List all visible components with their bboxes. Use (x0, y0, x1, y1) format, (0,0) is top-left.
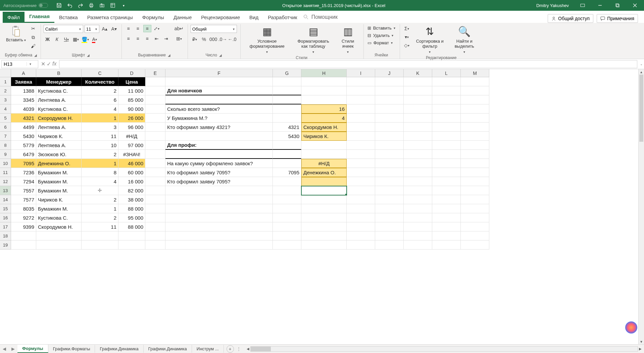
cell[interactable] (432, 168, 461, 177)
orientation-icon[interactable]: ⤢ (153, 25, 161, 32)
cell[interactable] (165, 186, 273, 195)
cell[interactable]: 1 (82, 114, 118, 123)
cell[interactable]: 8035 (11, 204, 36, 213)
column-header[interactable]: G (273, 69, 301, 77)
cell[interactable]: 1388 (11, 86, 36, 95)
cell[interactable] (461, 132, 489, 141)
cell[interactable]: Бумажкин М. (36, 177, 82, 186)
cell[interactable] (273, 195, 301, 204)
cell[interactable] (347, 222, 375, 231)
underline-icon[interactable]: Ч (62, 36, 70, 43)
spreadsheet-grid[interactable]: ABCDEFGHIJKLM 12345678910111213141516171… (0, 69, 644, 344)
sheet-tab-graph-formats[interactable]: Графики.Форматы (48, 345, 95, 353)
cell[interactable] (432, 231, 461, 240)
enter-formula-icon[interactable]: ✓ (47, 61, 51, 67)
cell[interactable] (347, 77, 375, 86)
cell[interactable]: 16 000 (118, 177, 145, 186)
cell[interactable]: Денежкина О. (301, 168, 347, 177)
cell[interactable] (36, 231, 82, 240)
cell[interactable] (145, 86, 165, 95)
cell[interactable]: 5779 (11, 141, 36, 150)
tab-developer[interactable]: Разработчик (263, 12, 302, 23)
cell[interactable]: На какую сумму оформлено заявок? (165, 159, 273, 168)
cell[interactable] (145, 141, 165, 150)
cell[interactable]: Для новичков (165, 86, 273, 95)
cell[interactable] (461, 123, 489, 132)
cell[interactable] (432, 177, 461, 186)
cell[interactable]: 2 (82, 150, 118, 159)
undo-icon[interactable] (65, 1, 74, 10)
sheet-tab-graph-dynamics-1[interactable]: Графики.Динамика (95, 345, 143, 353)
cell[interactable]: 90 000 (118, 104, 145, 114)
user-name[interactable]: Dmitry Yakushev (536, 3, 569, 8)
cell[interactable] (165, 77, 273, 86)
cell[interactable]: 7236 (11, 168, 36, 177)
cell[interactable]: 88 000 (118, 222, 145, 231)
dialog-launcher-icon[interactable]: ◢ (87, 53, 90, 57)
cell[interactable]: 2 (82, 213, 118, 222)
cell[interactable] (404, 77, 432, 86)
cell[interactable] (461, 114, 489, 123)
tell-me-search[interactable]: Помощник (302, 11, 339, 23)
row-header[interactable]: 12 (0, 177, 11, 186)
minimize-icon[interactable] (592, 0, 608, 11)
row-header[interactable]: 1 (0, 77, 11, 86)
cell[interactable]: 95 000 (118, 213, 145, 222)
sheet-tab-tools[interactable]: Инструм ... (192, 345, 224, 353)
cell[interactable]: 1 (82, 204, 118, 213)
cell[interactable]: 7294 (11, 177, 36, 186)
cell[interactable]: 9399 (11, 222, 36, 231)
cell[interactable]: Сколько всего заявок? (165, 104, 273, 114)
cell[interactable]: 7557 (11, 186, 36, 195)
cell[interactable] (82, 231, 118, 240)
maximize-icon[interactable] (610, 0, 625, 11)
cell[interactable]: Количество (82, 77, 118, 86)
row-header[interactable]: 14 (0, 195, 11, 204)
hscroll-thumb[interactable] (251, 347, 271, 351)
cell[interactable] (432, 213, 461, 222)
column-header[interactable]: L (432, 69, 461, 77)
cell[interactable]: Чириков К. (301, 132, 347, 141)
tab-home[interactable]: Главная (24, 11, 54, 23)
decrease-decimal-icon[interactable]: ←.0 (228, 36, 236, 43)
cell[interactable] (36, 240, 82, 250)
conditional-formatting-button[interactable]: ▦Условное форматирование (243, 25, 291, 54)
tab-insert[interactable]: Вставка (54, 12, 83, 23)
cell[interactable]: Зюзюков Ю. (36, 150, 82, 159)
cell[interactable] (145, 150, 165, 159)
cell[interactable] (301, 195, 347, 204)
cell[interactable]: 26 000 (118, 114, 145, 123)
format-painter-icon[interactable]: 🖌 (29, 42, 37, 50)
cell[interactable]: 11 000 (118, 86, 145, 95)
cell[interactable] (273, 204, 301, 213)
comma-format-icon[interactable]: 000 (209, 36, 217, 43)
shrink-font-icon[interactable]: A▾ (110, 25, 118, 33)
cell[interactable] (165, 95, 273, 104)
scroll-right-icon[interactable]: ▶ (638, 347, 643, 351)
cell[interactable] (145, 168, 165, 177)
close-icon[interactable] (627, 0, 643, 11)
cell[interactable] (432, 141, 461, 150)
cell[interactable]: ✛ (82, 186, 118, 195)
cell[interactable] (301, 150, 347, 159)
cell[interactable]: Лентяева А. (36, 95, 82, 104)
bold-icon[interactable]: Ж (44, 36, 52, 43)
cell[interactable] (432, 204, 461, 213)
row-header[interactable]: 9 (0, 150, 11, 159)
cell[interactable] (145, 104, 165, 114)
cell[interactable]: 5430 (11, 132, 36, 141)
sheet-tab-graph-dynamics-2[interactable]: Графики.Динамика (144, 345, 192, 353)
cell[interactable] (375, 104, 404, 114)
row-header[interactable]: 13 (0, 186, 11, 195)
cell[interactable]: Кустикова С. (36, 213, 82, 222)
format-cells-button[interactable]: ▭Формат (366, 40, 394, 46)
cell[interactable] (273, 177, 301, 186)
cell[interactable] (301, 77, 347, 86)
cell[interactable] (432, 222, 461, 231)
cell[interactable] (432, 195, 461, 204)
name-box[interactable]: ▾ (1, 60, 38, 68)
cell[interactable] (273, 159, 301, 168)
sort-filter-button[interactable]: ⇅Сортировка и фильтр (413, 25, 447, 54)
cell[interactable]: 4321 (11, 114, 36, 123)
find-select-button[interactable]: 🔍Найти и выделить (449, 25, 480, 54)
